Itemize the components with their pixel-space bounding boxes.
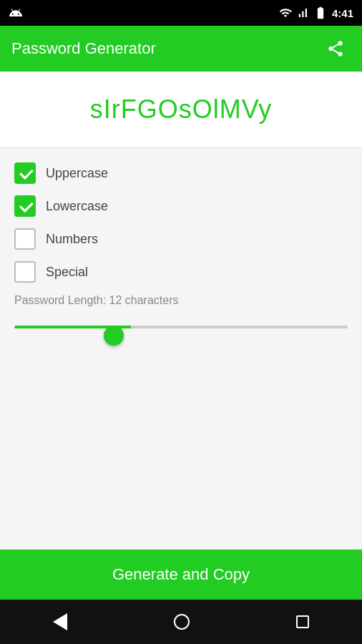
nav-back-button[interactable] (46, 606, 74, 638)
time-display: 4:41 (332, 7, 353, 19)
nav-recent-button[interactable] (289, 608, 316, 635)
lowercase-checkbox[interactable] (14, 195, 36, 217)
recent-icon (296, 615, 309, 628)
password-display-area: sIrFGOsOlMVy (0, 72, 362, 148)
generate-button-container[interactable]: Generate and Copy (0, 550, 362, 600)
special-checkbox[interactable] (14, 261, 36, 283)
uppercase-row[interactable]: Uppercase (14, 162, 348, 184)
special-row[interactable]: Special (14, 261, 348, 283)
signal-icon (296, 6, 309, 19)
share-button[interactable] (321, 34, 351, 64)
battery-icon (313, 6, 328, 20)
app-title: Password Generator (11, 39, 156, 58)
wifi-icon (279, 6, 292, 19)
length-slider-container (14, 314, 348, 340)
nav-home-button[interactable] (167, 607, 197, 637)
share-icon (326, 39, 345, 58)
nav-bar (0, 600, 362, 644)
main-content: sIrFGOsOlMVy Uppercase Lowercase Numbers… (0, 72, 362, 600)
lowercase-label: Lowercase (46, 199, 108, 214)
app-bar: Password Generator (0, 26, 362, 72)
numbers-checkbox[interactable] (14, 228, 36, 250)
android-icon (9, 6, 23, 20)
generate-copy-button[interactable]: Generate and Copy (0, 550, 362, 600)
back-icon (53, 613, 67, 630)
generated-password: sIrFGOsOlMVy (90, 94, 273, 124)
numbers-label: Numbers (46, 232, 98, 247)
uppercase-label: Uppercase (46, 166, 108, 181)
status-right-icons: 4:41 (279, 6, 353, 20)
lowercase-row[interactable]: Lowercase (14, 195, 348, 217)
numbers-row[interactable]: Numbers (14, 228, 348, 250)
status-bar: 4:41 (0, 0, 362, 26)
home-icon (174, 614, 190, 630)
length-label: Password Length: 12 characters (14, 294, 178, 306)
status-left-icons (9, 6, 23, 20)
length-slider[interactable] (14, 326, 348, 328)
special-label: Special (46, 265, 88, 280)
uppercase-checkbox[interactable] (14, 162, 36, 184)
options-area: Uppercase Lowercase Numbers Special Pass… (0, 148, 362, 550)
